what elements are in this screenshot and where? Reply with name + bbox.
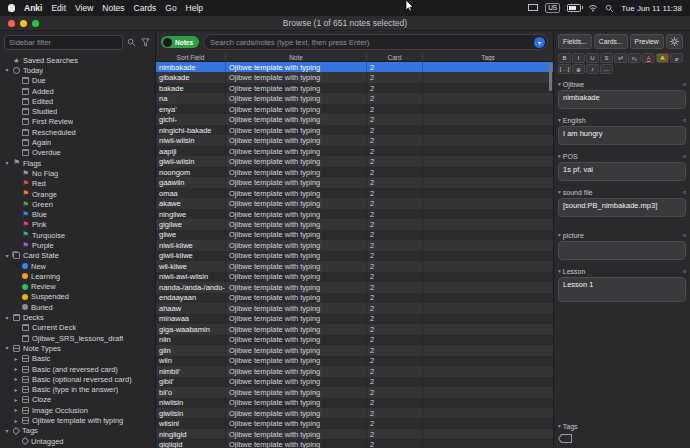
table-row[interactable]: gigiiweOjibwe template with typing2 (156, 219, 553, 229)
menu-help[interactable]: Help (186, 3, 203, 13)
sidebar-item-image-occlusion[interactable]: ▸Image Occlusion (0, 405, 155, 415)
table-row[interactable]: gibakadeOjibwe template with typing2 (156, 72, 553, 82)
html-editor-toggle-icon[interactable]: ‹› (683, 153, 686, 160)
caret-right-icon[interactable]: ▸ (13, 376, 19, 382)
table-row[interactable]: wii-kiiweOjibwe template with typing2 (156, 261, 553, 271)
menu-edit[interactable]: Edit (51, 3, 66, 13)
chevron-down-icon[interactable]: ▾ (558, 81, 561, 87)
sidebar-item-ojibwe-template-with-typing[interactable]: ▸Ojibwe template with typing (0, 415, 155, 425)
screen-mirroring-icon[interactable] (528, 4, 538, 12)
sidebar-item-saved-searches[interactable]: ★Saved Searches (0, 55, 155, 65)
sidebar-item-ojibwe-srs-lessons-draft[interactable]: Ojibwe_SRS_lessons_draft (0, 333, 155, 343)
sidebar-item-cloze[interactable]: ▸Cloze (0, 395, 155, 405)
underline-button[interactable]: U (586, 53, 599, 63)
text-color-button[interactable]: A (642, 53, 655, 63)
caret-right-icon[interactable]: ▸ (13, 366, 19, 372)
sidebar-item-red[interactable]: ⚑Red (0, 179, 155, 189)
caret-down-icon[interactable]: ▾ (4, 253, 10, 259)
sidebar-item-no-flag[interactable]: ⚑No Flag (0, 168, 155, 178)
field-input-ojibwe[interactable]: nimbakade (558, 90, 686, 109)
sidebar-item-turquoise[interactable]: ⚑Turquoise (0, 230, 155, 240)
apple-logo[interactable] (8, 4, 15, 12)
editor-settings-button[interactable] (666, 34, 683, 49)
sidebar-item-basic-optional-reversed-card[interactable]: ▸Basic (optional reversed card) (0, 374, 155, 384)
html-editor-toggle-icon[interactable]: ‹› (683, 81, 686, 88)
table-row[interactable]: giwii-wiisinOjibwe template with typing2 (156, 156, 553, 166)
table-row[interactable]: niwiisinOjibwe template with typing2 (156, 398, 553, 408)
html-editor-toggle-icon[interactable]: ‹› (683, 268, 686, 275)
tag-icon[interactable] (558, 434, 572, 443)
table-row[interactable]: naOjibwe template with typing2 (156, 93, 553, 103)
table-row[interactable]: aapijiOjibwe template with typing2 (156, 146, 553, 156)
table-row[interactable]: endaayaanOjibwe template with typing2 (156, 293, 553, 303)
table-row[interactable]: giwii-kiiweOjibwe template with typing2 (156, 251, 553, 261)
table-row[interactable]: enya'Ojibwe template with typing2 (156, 104, 553, 114)
field-input-picture[interactable] (558, 241, 686, 260)
column-header-tags[interactable]: Tags (423, 53, 553, 61)
sidebar-item-learning[interactable]: Learning (0, 271, 155, 281)
attachment-button[interactable]: ⊕ (572, 64, 585, 74)
cloze-button[interactable]: […] (558, 64, 571, 74)
table-row[interactable]: nimbii'Ojibwe template with typing2 (156, 366, 553, 376)
chevron-down-icon[interactable]: ▾ (558, 232, 561, 238)
sidebar-item-studied[interactable]: Studied (0, 106, 155, 116)
sidebar-item-current-deck[interactable]: Current Deck (0, 323, 155, 333)
table-row[interactable]: giiweOjibwe template with typing2 (156, 230, 553, 240)
bold-button[interactable]: B (558, 53, 571, 63)
table-row[interactable]: bakadeOjibwe template with typing2 (156, 83, 553, 93)
menu-view[interactable]: View (75, 3, 93, 13)
table-row[interactable]: gichi-Ojibwe template with typing2 (156, 114, 553, 124)
zoom-button[interactable] (32, 20, 39, 27)
caret-right-icon[interactable]: ▸ (13, 397, 19, 403)
sidebar-item-blue[interactable]: ⚑Blue (0, 209, 155, 219)
sidebar-item-decks[interactable]: ▾Decks (0, 312, 155, 322)
table-row[interactable]: bii'oOjibwe template with typing2 (156, 387, 553, 397)
html-editor-toggle-icon[interactable]: ‹› (683, 189, 686, 196)
sidebar-item-today[interactable]: ▾Today (0, 65, 155, 75)
table-row[interactable]: nanda-/anda-/ando-Ojibwe template with t… (156, 282, 553, 292)
italic-button[interactable]: I (572, 53, 585, 63)
search-icon[interactable] (126, 37, 137, 48)
table-row[interactable]: ningiigidOjibwe template with typing2 (156, 429, 553, 439)
sidebar-item-green[interactable]: ⚑Green (0, 199, 155, 209)
chevron-down-icon[interactable]: ▾ (558, 189, 561, 195)
sidebar-item-untagged[interactable]: Untagged (0, 436, 155, 446)
chevron-down-icon[interactable]: ▾ (558, 423, 561, 429)
field-input-pos[interactable]: 1s pf, vai (558, 162, 686, 181)
sidebar-item-tags[interactable]: ▾Tags (0, 426, 155, 436)
table-row[interactable]: ahaawOjibwe template with typing2 (156, 303, 553, 313)
caret-down-icon[interactable]: ▾ (4, 160, 10, 166)
sidebar-item-purple[interactable]: ⚑Purple (0, 240, 155, 250)
sidebar-item-added[interactable]: Added (0, 86, 155, 96)
table-row[interactable]: giwiisinOjibwe template with typing2 (156, 408, 553, 418)
caret-right-icon[interactable]: ▸ (13, 418, 19, 424)
column-header-card[interactable]: Card (367, 53, 423, 61)
caret-right-icon[interactable]: ▸ (13, 407, 19, 413)
table-row[interactable]: niinOjibwe template with typing2 (156, 335, 553, 345)
caret-down-icon[interactable]: ▾ (4, 315, 10, 321)
html-editor-toggle-icon[interactable]: ‹› (683, 117, 686, 124)
notes-cards-switch[interactable]: Notes (161, 36, 199, 48)
field-input-sound-file[interactable]: [sound:PB_nimbakade.mp3] (558, 198, 686, 217)
sidebar-item-card-state[interactable]: ▾Card State (0, 251, 155, 261)
menu-anki[interactable]: Anki (24, 3, 42, 13)
table-row[interactable]: wiisiniOjibwe template with typing2 (156, 418, 553, 428)
table-row[interactable]: ningichi-bakadeOjibwe template with typi… (156, 125, 553, 135)
search-dropdown-button[interactable]: ▾ (534, 37, 545, 48)
eraser-button[interactable]: ⌀ (670, 53, 683, 63)
more-button[interactable]: ⋯ (600, 64, 613, 74)
sidebar-item-again[interactable]: Again (0, 137, 155, 147)
sidebar-item-overdue[interactable]: Overdue (0, 148, 155, 158)
menu-notes[interactable]: Notes (102, 3, 124, 13)
chevron-down-icon[interactable]: ▾ (558, 117, 561, 123)
search-input[interactable] (206, 38, 534, 47)
sidebar-item-review[interactable]: Review (0, 282, 155, 292)
sidebar-item-rescheduled[interactable]: Rescheduled (0, 127, 155, 137)
sidebar-item-first-review[interactable]: First Review (0, 117, 155, 127)
table-row[interactable]: ningiiweOjibwe template with typing2 (156, 209, 553, 219)
table-row[interactable]: niwii-awi-wiisinOjibwe template with typ… (156, 272, 553, 282)
sidebar-item-edited[interactable]: Edited (0, 96, 155, 106)
subscript-button[interactable]: x₂ (628, 53, 641, 63)
table-row[interactable]: minawaaOjibwe template with typing2 (156, 314, 553, 324)
table-row[interactable]: gibii'Ojibwe template with typing2 (156, 377, 553, 387)
